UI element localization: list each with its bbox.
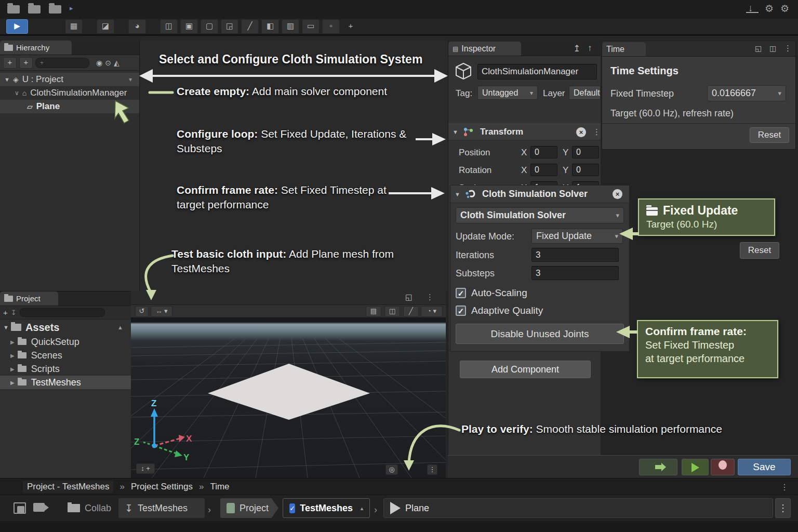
- square-tool-button[interactable]: ▢: [201, 19, 218, 34]
- collapse-caret-icon[interactable]: ▼: [455, 191, 460, 197]
- image-tool-button[interactable]: ◪: [97, 19, 114, 34]
- grid-tool-button[interactable]: ▦: [65, 19, 83, 34]
- view-options-dropdown[interactable]: ◔ ▾: [421, 306, 443, 317]
- drag-handle[interactable]: ⋮: [775, 498, 791, 518]
- project-row-folder[interactable]: ▶ QuickSetup: [0, 335, 131, 349]
- folder-icon[interactable]: [49, 5, 61, 14]
- update-mode-dropdown[interactable]: Fixed Update ▾: [531, 229, 623, 244]
- height-adjust-handle[interactable]: ↕ +: [136, 463, 155, 474]
- viewport-3d-view[interactable]: Z X Y Z ↕ + ◎ ⋮: [131, 318, 446, 478]
- position-x-field[interactable]: [530, 146, 557, 158]
- record-button[interactable]: [711, 459, 735, 475]
- half-tool-button[interactable]: ◧: [261, 19, 279, 34]
- expand-caret-icon[interactable]: ▼: [3, 324, 9, 330]
- layers-icon[interactable]: ◫: [769, 44, 776, 52]
- taskbar-testmeshes-2-active[interactable]: ✓ TestMeshes ▴: [283, 498, 370, 518]
- taskbar-plane[interactable]: Plane: [383, 498, 773, 518]
- expand-caret-icon[interactable]: ▶: [10, 380, 15, 385]
- crop-tool-button[interactable]: ◲: [221, 19, 238, 34]
- frame-tool-button[interactable]: ▣: [180, 19, 198, 34]
- project-row-assets[interactable]: ▼ Assets ▲: [0, 320, 131, 335]
- layer-dropdown[interactable]: Default: [569, 86, 601, 100]
- camera-icon[interactable]: [33, 503, 45, 512]
- expand-caret-icon[interactable]: ▶: [10, 339, 15, 345]
- add-button[interactable]: +: [3, 57, 17, 69]
- breadcrumb-segment[interactable]: Project Settings: [131, 482, 193, 492]
- object-name-field[interactable]: [477, 64, 597, 79]
- play-button[interactable]: [682, 459, 709, 475]
- taskbar-project[interactable]: Project: [220, 498, 278, 518]
- add-tool-button[interactable]: +: [342, 20, 359, 33]
- close-icon[interactable]: ×: [576, 127, 586, 137]
- window-icon[interactable]: ◱: [405, 292, 413, 302]
- breadcrumb-segment[interactable]: Time: [210, 482, 229, 492]
- tab-inspector[interactable]: ▤ Inspector: [448, 42, 521, 56]
- spinner-up-icon[interactable]: ▴: [361, 506, 363, 511]
- breadcrumb-segment[interactable]: Project - TestMeshes: [23, 481, 113, 493]
- hand-tool-button[interactable]: ◕: [128, 19, 146, 34]
- people-tool-button[interactable]: ◫: [160, 19, 178, 34]
- gear-icon[interactable]: ⚙: [780, 3, 789, 15]
- avatar-tool-button[interactable]: ▫: [322, 19, 340, 34]
- project-row-folder[interactable]: ▶ Scenes: [0, 349, 131, 362]
- save-button[interactable]: Save: [738, 459, 791, 475]
- expand-caret-icon[interactable]: ▼: [4, 76, 10, 83]
- solver-type-dropdown[interactable]: Cloth Simulation Solver ▾: [456, 207, 624, 223]
- chevron-down-icon[interactable]: ▾: [129, 76, 132, 83]
- hierarchy-row-plane[interactable]: ▱ Plane: [0, 100, 139, 113]
- play-tool-button[interactable]: ▶: [6, 19, 28, 34]
- add-component-button[interactable]: Add Component: [460, 361, 591, 378]
- fixed-timestep-dropdown[interactable]: 0.0166667 ▾: [707, 85, 786, 101]
- hierarchy-row-clothsimulationmanager[interactable]: ∨ ⌂ ClothSimulationManager: [0, 86, 139, 100]
- eye-icon[interactable]: ◉: [96, 59, 102, 67]
- rows-tool-button[interactable]: ▥: [282, 19, 299, 34]
- camera-icon[interactable]: ◎: [385, 464, 398, 475]
- folder-icon[interactable]: [28, 5, 41, 14]
- gear-icon[interactable]: ⚙: [765, 3, 774, 15]
- hierarchy-search-input[interactable]: [35, 58, 89, 68]
- auto-scaling-checkbox[interactable]: ✓: [456, 288, 466, 298]
- globe-icon[interactable]: ⊙: [105, 59, 111, 67]
- adaptive-quality-checkbox[interactable]: ✓: [456, 305, 466, 316]
- step-forward-button[interactable]: [639, 459, 677, 475]
- rotation-x-field[interactable]: [530, 164, 557, 176]
- window-icon[interactable]: ◱: [755, 44, 762, 52]
- dots-menu-icon[interactable]: ⋮: [784, 44, 792, 53]
- reset-button[interactable]: Reset: [740, 242, 779, 259]
- expand-caret-icon[interactable]: ▶: [10, 353, 15, 358]
- taskbar-collab[interactable]: Collab: [61, 498, 117, 518]
- collapse-caret-icon[interactable]: ▲: [117, 324, 123, 330]
- dots-menu-icon[interactable]: ⋮: [426, 292, 434, 302]
- build-icon[interactable]: ◭: [114, 59, 119, 67]
- expand-caret-icon[interactable]: ∨: [15, 89, 19, 97]
- tab-hierarchy[interactable]: Hierarchy: [0, 41, 72, 55]
- pan-mode-dropdown[interactable]: ↔ ▾: [151, 306, 172, 317]
- add-button[interactable]: +: [19, 57, 33, 69]
- tab-time[interactable]: Time: [602, 42, 646, 56]
- project-row-folder-selected[interactable]: ▶ TestMeshes: [0, 376, 131, 389]
- transform-header[interactable]: ▼ Transform × ⋮: [448, 124, 601, 140]
- substeps-field[interactable]: [531, 266, 619, 280]
- tab-project[interactable]: Project: [0, 291, 58, 305]
- rotate-icon[interactable]: ↺: [135, 306, 149, 317]
- collapse-caret-icon[interactable]: ▼: [453, 129, 458, 135]
- export-icon[interactable]: ↥: [573, 43, 580, 54]
- iterations-field[interactable]: [531, 248, 619, 262]
- expand-caret-icon[interactable]: ▶: [10, 366, 15, 372]
- pencil-icon[interactable]: ╱: [403, 306, 419, 317]
- up-arrow-icon[interactable]: ↑: [588, 43, 592, 54]
- dots-menu-icon[interactable]: ⋮: [780, 482, 789, 492]
- add-icon[interactable]: +: [3, 308, 8, 317]
- taskbar-testmeshes-1[interactable]: ↧ TestMeshes: [118, 498, 205, 518]
- dots-menu-icon[interactable]: ⋮: [427, 464, 437, 475]
- reset-button[interactable]: Reset: [750, 127, 789, 143]
- project-search-input[interactable]: [20, 308, 105, 317]
- rotation-y-field[interactable]: [572, 164, 599, 176]
- overlay-icon[interactable]: ◫: [384, 306, 400, 317]
- cloth-solver-header[interactable]: ▼ Cloth Simulation Solver ×: [450, 185, 629, 203]
- tag-dropdown[interactable]: Untagged ▾: [477, 86, 538, 100]
- position-y-field[interactable]: [572, 146, 599, 158]
- project-row-folder[interactable]: ▶ Scripts: [0, 362, 131, 376]
- pen-tool-button[interactable]: ╱: [241, 19, 259, 34]
- hierarchy-row-project[interactable]: ▼ ◈ U : Project ▾: [0, 73, 139, 86]
